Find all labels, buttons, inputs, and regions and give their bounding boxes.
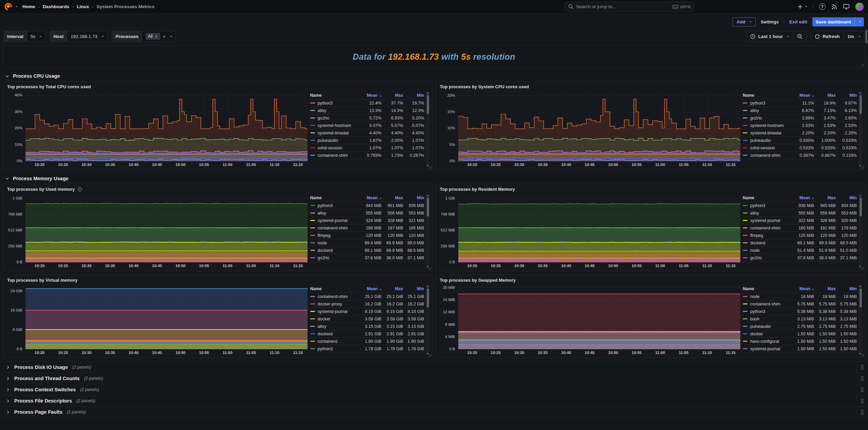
logo-chevron-icon[interactable] <box>16 6 18 7</box>
legend-series-name[interactable]: python3 <box>743 101 790 106</box>
interval-select[interactable]: 5s <box>27 31 45 42</box>
legend-header-min[interactable]: Min <box>403 93 424 98</box>
refresh-button[interactable]: Refresh <box>811 31 843 41</box>
legend-series-name[interactable]: alloy <box>310 211 358 216</box>
legend-series-name[interactable]: go2rtc <box>310 256 358 260</box>
legend-series-name[interactable]: alloy <box>310 108 358 113</box>
legend-series-name[interactable]: python3 <box>310 101 358 106</box>
legend-series-name[interactable]: dockerd <box>743 241 790 245</box>
drag-handle-icon[interactable] <box>861 410 864 415</box>
legend-series-name[interactable]: pulseaudio <box>743 138 790 143</box>
legend-header-max[interactable]: Max <box>814 93 836 98</box>
drag-handle-icon[interactable] <box>861 387 864 392</box>
legend-series-name[interactable]: python3 <box>743 309 790 314</box>
legend-series-name[interactable]: dockerd <box>310 332 358 336</box>
legend-header-name[interactable]: Name <box>310 93 358 98</box>
legend-series-name[interactable]: sshd-session <box>743 146 790 150</box>
legend-header-min[interactable]: Min <box>403 195 424 200</box>
legend-header-name[interactable]: Name <box>743 286 790 291</box>
legend-header-max[interactable]: Max <box>814 195 836 200</box>
section-header-cpu[interactable]: Process CPU Usage <box>0 71 868 81</box>
legend-series-name[interactable]: systemd-hostnam <box>310 123 358 128</box>
legend-series-name[interactable]: systemd-journal <box>310 309 358 314</box>
legend-series-name[interactable]: go2rtc <box>310 116 358 120</box>
zoom-out-button[interactable] <box>793 31 806 41</box>
collapsed-section-row[interactable]: Process Context Switches(2 panels) <box>0 384 868 395</box>
chart-canvas[interactable] <box>25 91 308 161</box>
info-icon[interactable] <box>77 187 82 192</box>
legend-series-name[interactable]: docker <box>310 317 358 321</box>
legend-header-max[interactable]: Max <box>382 195 403 200</box>
chart-canvas[interactable] <box>458 194 740 262</box>
breadcrumb-home[interactable]: Home <box>22 4 35 9</box>
legend-header-min[interactable]: Min <box>836 195 857 200</box>
legend-series-name[interactable]: node <box>743 294 790 299</box>
legend-header-name[interactable]: Name <box>743 195 790 200</box>
chevron-down-icon[interactable] <box>170 36 172 37</box>
collapsed-section-row[interactable]: Process File Descriptors(2 panels) <box>0 395 868 407</box>
legend-series-name[interactable]: node <box>743 248 790 253</box>
legend-series-name[interactable]: alloy <box>310 324 358 329</box>
panel-title[interactable]: Top processes by Used memory <box>7 187 75 192</box>
legend-scrollbar[interactable] <box>426 194 430 268</box>
save-options-chevron[interactable] <box>854 17 864 26</box>
legend-series-name[interactable]: systemd-journal <box>743 218 790 223</box>
collapsed-section-row[interactable]: Process Page Faults(2 panels) <box>0 407 868 418</box>
legend-header-max[interactable]: Max <box>814 286 836 291</box>
collapsed-section-row[interactable]: Process Disk IO Usage(2 panels) <box>0 362 868 373</box>
processes-select[interactable]: All× × <box>142 31 176 42</box>
resize-handle-icon[interactable] <box>428 354 432 357</box>
legend-series-name[interactable]: containerd-shim <box>743 153 790 158</box>
save-dashboard-button[interactable]: Save dashboard <box>812 17 864 26</box>
legend-scrollbar[interactable] <box>426 91 430 167</box>
legend-series-name[interactable]: containerd <box>310 339 358 344</box>
host-select[interactable]: 192.168.1.73 <box>67 31 108 42</box>
legend-scrollbar[interactable] <box>858 285 862 355</box>
chart-canvas[interactable] <box>458 285 740 349</box>
legend-header-max[interactable]: Max <box>382 93 403 98</box>
legend-series-name[interactable]: python3 <box>310 203 358 208</box>
legend-scrollbar-thumb[interactable] <box>860 198 862 217</box>
panel-title[interactable]: Top processes by Swapped Memory <box>440 278 516 283</box>
legend-header-mean[interactable]: Mean <box>358 195 382 200</box>
search-input[interactable]: Search or jump to... ctrl+k <box>565 2 694 12</box>
legend-header-mean[interactable]: Mean <box>790 286 814 291</box>
kiosk-mode-button[interactable] <box>843 4 849 10</box>
legend-series-name[interactable]: systemd-journal <box>310 218 358 223</box>
drag-handle-icon[interactable] <box>861 398 864 404</box>
legend-scrollbar[interactable] <box>426 285 430 355</box>
drag-handle-icon[interactable] <box>861 365 864 370</box>
legend-series-name[interactable]: sshd-session <box>310 146 358 150</box>
legend-header-mean[interactable]: Mean <box>358 93 382 98</box>
panel-title[interactable]: Top processes by System CPU cores used <box>440 84 529 89</box>
chart-canvas[interactable] <box>458 91 740 161</box>
page-scrollbar-thumb[interactable] <box>865 30 867 43</box>
add-menu-button[interactable] <box>798 4 807 9</box>
breadcrumb-dashboards[interactable]: Dashboards <box>43 4 69 9</box>
clear-all-icon[interactable]: × <box>163 34 166 39</box>
legend-series-name[interactable]: containerd-shim <box>310 153 358 158</box>
legend-scrollbar-thumb[interactable] <box>427 288 429 307</box>
resize-handle-icon[interactable] <box>861 166 864 169</box>
legend-series-name[interactable]: alloy <box>743 211 790 216</box>
panel-title[interactable]: Top processes by Virtual memory <box>7 278 78 283</box>
collapsed-section-row[interactable]: Process and Thread Counts(2 panels) <box>0 373 868 384</box>
legend-header-name[interactable]: Name <box>743 93 790 98</box>
legend-series-name[interactable]: ffmpeg <box>743 233 790 238</box>
legend-header-mean[interactable]: Mean <box>790 93 814 98</box>
processes-chip-all[interactable]: All× <box>146 33 160 40</box>
legend-series-name[interactable]: python3 <box>310 347 358 351</box>
legend-series-name[interactable]: containerd-shim <box>310 226 358 230</box>
help-button[interactable]: ? <box>819 3 826 10</box>
legend-series-name[interactable]: systemd-timedat <box>743 131 790 135</box>
legend-series-name[interactable]: alloy <box>743 108 790 113</box>
legend-series-name[interactable]: containerd-shim <box>743 302 790 306</box>
resize-handle-icon[interactable] <box>861 63 864 67</box>
add-panel-button[interactable]: Add <box>733 17 756 26</box>
legend-header-min[interactable]: Min <box>403 286 424 291</box>
legend-scrollbar-thumb[interactable] <box>427 95 429 114</box>
panel-title[interactable]: Top processes by Total CPU cores used <box>7 84 91 89</box>
resize-handle-icon[interactable] <box>861 354 864 357</box>
user-avatar[interactable] <box>855 2 864 11</box>
legend-series-name[interactable]: hass-configurat <box>743 339 790 344</box>
